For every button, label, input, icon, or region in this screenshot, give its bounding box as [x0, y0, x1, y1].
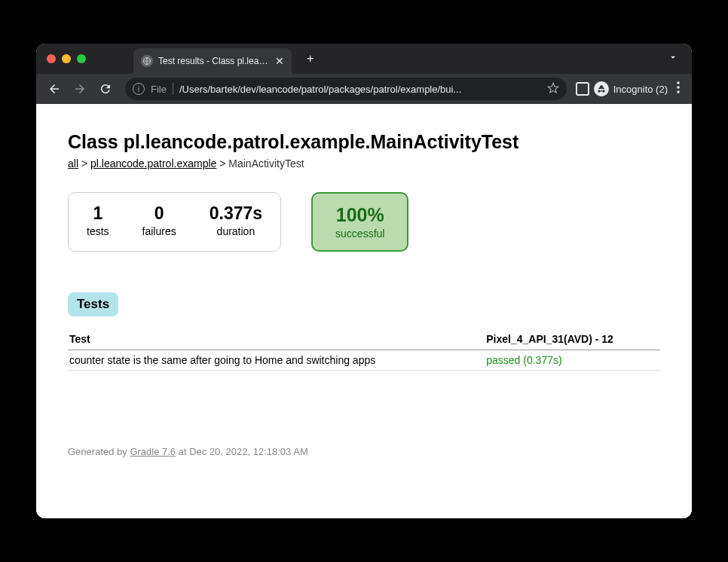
breadcrumb-package[interactable]: pl.leancode.patrol.example: [90, 157, 216, 170]
success-box: 100% successful: [311, 192, 408, 252]
incognito-label: Incognito (2): [613, 84, 668, 95]
url-divider: [173, 83, 173, 95]
close-tab-button[interactable]: ✕: [275, 55, 284, 67]
table-row: counter state is the same after going to…: [68, 350, 660, 371]
stat-failures-label: failures: [142, 225, 176, 237]
maximize-window-button[interactable]: [77, 54, 86, 63]
stat-failures: 0 failures: [142, 203, 176, 240]
col-device: Pixel_4_API_31(AVD) - 12: [485, 328, 660, 350]
stat-duration: 0.377s duration: [210, 203, 262, 240]
close-window-button[interactable]: [47, 54, 56, 63]
tabs-dropdown-button[interactable]: [665, 49, 681, 69]
tests-table: Test Pixel_4_API_31(AVD) - 12 counter st…: [68, 328, 660, 371]
page-title: Class pl.leancode.patrol.example.MainAct…: [68, 131, 660, 153]
window-controls: [47, 54, 86, 63]
success-label: successful: [335, 228, 384, 240]
breadcrumb: all > pl.leancode.patrol.example > MainA…: [68, 157, 660, 170]
reload-button[interactable]: [95, 78, 116, 99]
stat-tests-label: tests: [87, 225, 109, 237]
footer: Generated by Gradle 7.6 at Dec 20, 2022,…: [68, 446, 660, 457]
incognito-icon: [594, 81, 609, 96]
tab-bar: Test results - Class pl.leancode ✕ +: [36, 44, 692, 74]
browser-tab[interactable]: Test results - Class pl.leancode ✕: [133, 48, 292, 74]
tests-tab[interactable]: Tests: [68, 292, 118, 316]
svg-point-1: [677, 81, 680, 84]
stat-tests-value: 1: [87, 203, 109, 224]
new-tab-button[interactable]: +: [307, 52, 314, 66]
breadcrumb-current: MainActivityTest: [228, 157, 304, 170]
test-result: passed (0.377s): [485, 350, 660, 371]
address-bar[interactable]: i File /Users/bartek/dev/leancode/patrol…: [125, 78, 567, 100]
success-percent: 100%: [335, 204, 384, 226]
col-test: Test: [68, 328, 485, 350]
breadcrumb-all[interactable]: all: [68, 157, 78, 170]
site-info-icon[interactable]: i: [133, 83, 145, 95]
bookmark-star-icon[interactable]: [547, 82, 559, 96]
svg-point-2: [677, 86, 680, 89]
globe-icon: [141, 55, 153, 67]
tab-title: Test results - Class pl.leancode: [158, 56, 270, 66]
browser-window: Test results - Class pl.leancode ✕ + i F…: [36, 44, 692, 518]
url-path: /Users/bartek/dev/leancode/patrol/packag…: [179, 84, 541, 95]
minimize-window-button[interactable]: [62, 54, 71, 63]
reading-list-icon[interactable]: [576, 82, 589, 96]
url-scheme: File: [151, 84, 167, 95]
summary-row: 1 tests 0 failures 0.377s duration 100% …: [68, 192, 660, 252]
browser-menu-button[interactable]: [672, 78, 684, 99]
incognito-indicator[interactable]: Incognito (2): [594, 81, 668, 96]
stat-tests: 1 tests: [87, 203, 109, 240]
stat-failures-value: 0: [142, 203, 176, 224]
stat-duration-label: duration: [210, 225, 262, 237]
back-button[interactable]: [44, 78, 65, 99]
toolbar: i File /Users/bartek/dev/leancode/patrol…: [36, 74, 692, 104]
stats-box: 1 tests 0 failures 0.377s duration: [68, 192, 281, 252]
test-name: counter state is the same after going to…: [68, 350, 485, 371]
forward-button[interactable]: [69, 78, 90, 99]
table-header-row: Test Pixel_4_API_31(AVD) - 12: [68, 328, 660, 350]
stat-duration-value: 0.377s: [210, 203, 262, 224]
page-content: Class pl.leancode.patrol.example.MainAct…: [36, 104, 692, 518]
svg-point-3: [677, 90, 680, 93]
gradle-link[interactable]: Gradle 7.6: [130, 446, 176, 457]
